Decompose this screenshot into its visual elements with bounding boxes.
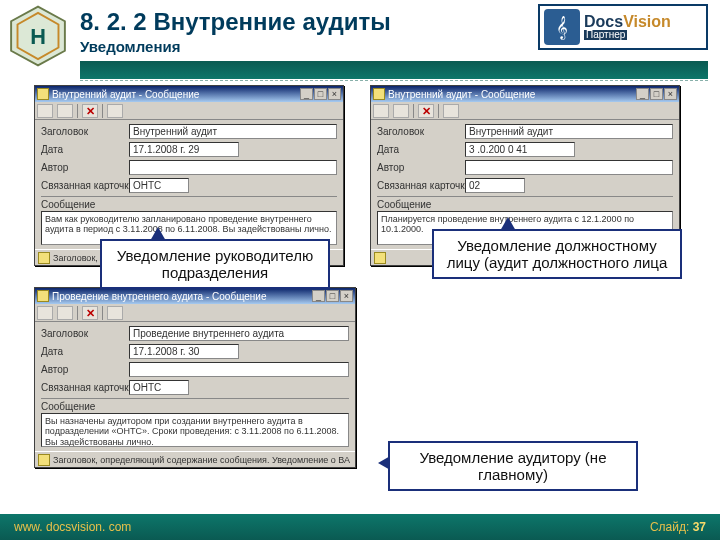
- message-window-3: Проведение внутреннего аудита - Сообщени…: [34, 287, 356, 468]
- toolbar: ✕: [35, 102, 343, 120]
- maximize-button[interactable]: □: [326, 290, 339, 302]
- close-button[interactable]: ×: [664, 88, 677, 100]
- callout-auditor: Уведомление аудитору (не главному): [388, 441, 638, 491]
- toolbar-new-button[interactable]: [37, 104, 53, 118]
- envelope-icon: [37, 88, 49, 100]
- linked-card-field[interactable]: ОНТС: [129, 178, 189, 193]
- subject-field[interactable]: Внутренний аудит: [129, 124, 337, 139]
- close-button[interactable]: ×: [328, 88, 341, 100]
- minimize-button[interactable]: _: [636, 88, 649, 100]
- toolbar-delete-button[interactable]: ✕: [82, 104, 98, 118]
- envelope-icon: [373, 88, 385, 100]
- envelope-icon: [37, 290, 49, 302]
- toolbar-open-button[interactable]: [57, 104, 73, 118]
- minimize-button[interactable]: _: [312, 290, 325, 302]
- callout-official: Уведомление должностному лицу (аудит дол…: [432, 229, 682, 279]
- company-hex-logo: Н: [6, 4, 70, 68]
- titlebar[interactable]: Внутренний аудит - Сообщение _ □ ×: [35, 86, 343, 102]
- docsvision-partner-logo: 𝄞 DocsVision Партнер: [538, 4, 708, 50]
- close-button[interactable]: ×: [340, 290, 353, 302]
- author-field[interactable]: [129, 160, 337, 175]
- callout-manager: Уведомление руководителю подразделения: [100, 239, 330, 289]
- titlebar[interactable]: Проведение внутреннего аудита - Сообщени…: [35, 288, 355, 304]
- titlebar[interactable]: Внутренний аудит - Сообщение _ □ ×: [371, 86, 679, 102]
- header-divider: [80, 61, 708, 79]
- svg-text:Н: Н: [30, 24, 46, 49]
- date-field[interactable]: 17.1.2008 г. 29: [129, 142, 239, 157]
- slide-number: 37: [693, 520, 706, 534]
- maximize-button[interactable]: □: [314, 88, 327, 100]
- minimize-button[interactable]: _: [300, 88, 313, 100]
- maximize-button[interactable]: □: [650, 88, 663, 100]
- slide-footer: www. docsvision. com Слайд: 37: [0, 514, 720, 540]
- toolbar-misc-button[interactable]: [107, 104, 123, 118]
- footer-url: www. docsvision. com: [14, 520, 131, 534]
- clip-icon: 𝄞: [544, 9, 580, 45]
- status-icon: [38, 252, 50, 264]
